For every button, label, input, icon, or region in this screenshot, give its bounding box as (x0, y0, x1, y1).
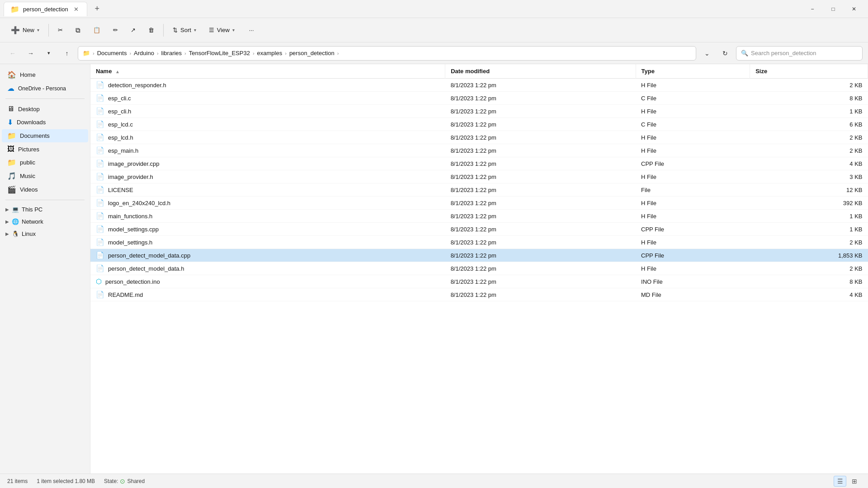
breadcrumb-documents[interactable]: Documents (97, 50, 127, 56)
file-name-cell[interactable]: ⬡person_detection.ino (90, 275, 445, 288)
table-row[interactable]: 📄person_detect_model_data.cpp8/1/2023 1:… (90, 249, 868, 262)
file-name-cell[interactable]: 📄esp_cli.h (90, 105, 445, 118)
sidebar-item-onedrive[interactable]: ☁ OneDrive - Persona (2, 82, 88, 95)
file-doc-icon: 📄 (96, 212, 104, 220)
grid-view-button[interactable]: ⊞ (848, 476, 861, 487)
table-row[interactable]: 📄esp_lcd.c8/1/2023 1:22 pmC File6 KB (90, 118, 868, 131)
sidebar-item-videos[interactable]: 🎬 Videos 📌 (2, 183, 88, 196)
view-button[interactable]: ☰ View ▾ (203, 24, 240, 36)
table-row[interactable]: 📄LICENSE8/1/2023 1:22 pmFile12 KB (90, 183, 868, 197)
table-row[interactable]: ⬡person_detection.ino8/1/2023 1:22 pmINO… (90, 275, 868, 288)
close-button[interactable]: ✕ (844, 0, 864, 18)
table-row[interactable]: 📄esp_main.h8/1/2023 1:22 pmH File2 KB (90, 144, 868, 157)
sort-label: Sort (180, 27, 191, 33)
network-icon: 🌐 (12, 218, 19, 225)
address-dropdown-button[interactable]: ⌄ (700, 46, 714, 61)
breadcrumb-tensorflowlite[interactable]: TensorFlowLite_ESP32 (189, 50, 250, 56)
sidebar-item-public[interactable]: 📁 public 📌 (2, 156, 88, 169)
breadcrumb-arduino[interactable]: Arduino (134, 50, 154, 56)
file-name-cell[interactable]: 📄README.md (90, 288, 445, 301)
file-name-cell[interactable]: 📄LICENSE (90, 183, 445, 197)
sidebar-divider-1 (5, 99, 85, 99)
file-name-cell[interactable]: 📄model_settings.cpp (90, 223, 445, 236)
rename-icon: ✏ (113, 27, 118, 33)
file-name-cell[interactable]: 📄main_functions.h (90, 210, 445, 223)
file-size: 392 KB (750, 197, 868, 210)
file-name-cell[interactable]: 📄detection_responder.h (90, 79, 445, 92)
file-size: 3 KB (750, 170, 868, 183)
table-row[interactable]: 📄model_settings.h8/1/2023 1:22 pmH File2… (90, 236, 868, 249)
breadcrumb-examples[interactable]: examples (257, 50, 283, 56)
search-box[interactable]: 🔍 Search person_detection (736, 46, 863, 61)
sidebar-item-linux[interactable]: ▶ 🐧 Linux (2, 228, 88, 239)
table-row[interactable]: 📄person_detect_model_data.h8/1/2023 1:22… (90, 262, 868, 275)
sidebar-pictures-label: Pictures (18, 146, 39, 153)
new-button[interactable]: ➕ New ▾ (5, 23, 45, 37)
state-section: State: ⊙ Shared (104, 478, 145, 485)
back-button[interactable]: ← (5, 46, 20, 61)
sidebar-item-pictures[interactable]: 🖼 Pictures 📌 (2, 143, 88, 155)
file-name-cell[interactable]: 📄esp_lcd.h (90, 131, 445, 144)
forward-button[interactable]: → (24, 46, 38, 61)
table-row[interactable]: 📄image_provider.h8/1/2023 1:22 pmH File3… (90, 170, 868, 183)
table-row[interactable]: 📄main_functions.h8/1/2023 1:22 pmH File1… (90, 210, 868, 223)
column-header-name[interactable]: Name ▲ (90, 64, 445, 79)
list-view-button[interactable]: ☰ (834, 476, 846, 487)
copy-button[interactable]: ⧉ (70, 23, 86, 37)
linux-icon: 🐧 (12, 230, 19, 237)
rename-button[interactable]: ✏ (108, 24, 123, 36)
new-tab-button[interactable]: + (90, 2, 104, 16)
up-button[interactable]: ↑ (60, 46, 74, 61)
delete-button[interactable]: 🗑 (143, 24, 160, 36)
tab-close-button[interactable]: ✕ (72, 5, 80, 14)
file-type: H File (636, 236, 750, 249)
tab-person-detection[interactable]: 📁 person_detection ✕ (4, 2, 87, 16)
table-row[interactable]: 📄image_provider.cpp8/1/2023 1:22 pmCPP F… (90, 157, 868, 170)
sidebar-item-network[interactable]: ▶ 🌐 Network (2, 216, 88, 227)
share-button[interactable]: ↗ (125, 24, 141, 36)
refresh-button[interactable]: ↻ (718, 46, 732, 61)
table-row[interactable]: 📄README.md8/1/2023 1:22 pmMD File4 KB (90, 288, 868, 301)
addressbar: ← → ▾ ↑ 📁 › Documents › Arduino › librar… (0, 42, 868, 64)
file-name-cell[interactable]: 📄person_detect_model_data.h (90, 262, 445, 275)
more-icon: ··· (249, 27, 254, 33)
file-name-cell[interactable]: 📄image_provider.h (90, 170, 445, 183)
recent-button[interactable]: ▾ (42, 46, 56, 61)
file-name: esp_lcd.h (108, 134, 133, 141)
file-name-cell[interactable]: 📄esp_cli.c (90, 92, 445, 105)
file-name-cell[interactable]: 📄logo_en_240x240_lcd.h (90, 197, 445, 210)
file-name: main_functions.h (108, 213, 152, 220)
file-name-cell[interactable]: 📄esp_lcd.c (90, 118, 445, 131)
sidebar-item-home[interactable]: 🏠 Home (2, 68, 88, 81)
sidebar-item-documents[interactable]: 📁 Documents 📌 (2, 129, 88, 142)
more-button[interactable]: ··· (244, 24, 259, 36)
sidebar-item-desktop[interactable]: 🖥 Desktop 📌 (2, 103, 88, 115)
sidebar-music-label: Music (20, 173, 35, 179)
file-name-cell[interactable]: 📄image_provider.cpp (90, 157, 445, 170)
file-name-cell[interactable]: 📄model_settings.h (90, 236, 445, 249)
table-row[interactable]: 📄esp_cli.c8/1/2023 1:22 pmC File8 KB (90, 92, 868, 105)
breadcrumb-person-detection[interactable]: person_detection (289, 50, 335, 56)
sidebar-item-music[interactable]: 🎵 Music 📌 (2, 169, 88, 183)
column-header-type[interactable]: Type (636, 64, 750, 79)
file-date: 8/1/2023 1:22 pm (445, 236, 636, 249)
table-row[interactable]: 📄detection_responder.h8/1/2023 1:22 pmH … (90, 79, 868, 92)
table-row[interactable]: 📄model_settings.cpp8/1/2023 1:22 pmCPP F… (90, 223, 868, 236)
file-name-cell[interactable]: 📄esp_main.h (90, 144, 445, 157)
breadcrumb-libraries[interactable]: libraries (161, 50, 182, 56)
table-row[interactable]: 📄esp_cli.h8/1/2023 1:22 pmH File1 KB (90, 105, 868, 118)
file-name-cell[interactable]: 📄person_detect_model_data.cpp (90, 249, 445, 262)
sidebar-divider-2 (5, 200, 85, 200)
sidebar-item-downloads[interactable]: ⬇ Downloads 📌 (2, 116, 88, 129)
address-box[interactable]: 📁 › Documents › Arduino › libraries › Te… (78, 46, 696, 61)
cut-button[interactable]: ✂ (52, 24, 68, 36)
sort-button[interactable]: ⇅ Sort ▾ (167, 24, 202, 36)
maximize-button[interactable]: □ (823, 0, 844, 18)
paste-button[interactable]: 📋 (88, 24, 106, 36)
sidebar-item-thispc[interactable]: ▶ 💻 This PC (2, 204, 88, 215)
minimize-button[interactable]: − (802, 0, 823, 18)
column-header-size[interactable]: Size (750, 64, 868, 79)
table-row[interactable]: 📄esp_lcd.h8/1/2023 1:22 pmH File2 KB (90, 131, 868, 144)
column-header-date[interactable]: Date modified (445, 64, 636, 79)
table-row[interactable]: 📄logo_en_240x240_lcd.h8/1/2023 1:22 pmH … (90, 197, 868, 210)
